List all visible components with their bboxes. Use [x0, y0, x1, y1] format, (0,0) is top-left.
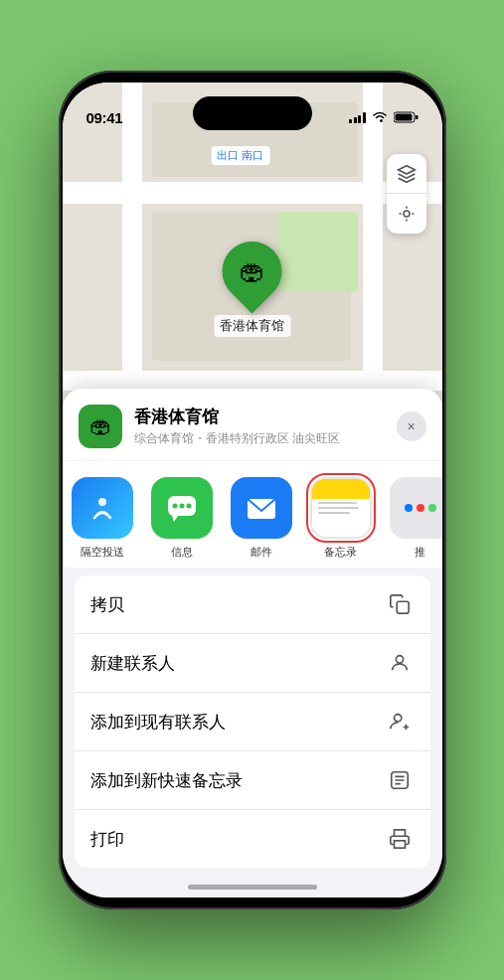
- svg-marker-3: [398, 165, 415, 173]
- svg-point-16: [396, 656, 403, 663]
- location-pin: 🏟 香港体育馆: [214, 242, 290, 337]
- share-app-messages[interactable]: 信息: [142, 477, 222, 560]
- svg-point-14: [428, 504, 436, 512]
- action-add-existing[interactable]: 添加到现有联系人: [75, 693, 430, 751]
- action-print-label: 打印: [90, 828, 124, 851]
- action-new-contact-label: 新建联系人: [90, 652, 175, 675]
- mail-icon: [231, 477, 292, 539]
- action-copy-label: 拷贝: [90, 593, 124, 616]
- action-add-quick-note[interactable]: 添加到新快速备忘录: [75, 751, 430, 810]
- map-layers-button[interactable]: [387, 154, 426, 194]
- action-copy[interactable]: 拷贝: [75, 575, 430, 634]
- close-button[interactable]: ×: [397, 411, 426, 441]
- svg-marker-7: [172, 516, 178, 522]
- messages-label: 信息: [171, 545, 193, 560]
- quick-note-icon: [385, 765, 415, 795]
- status-icons: [349, 111, 419, 123]
- action-add-quick-note-label: 添加到新快速备忘录: [90, 769, 243, 792]
- pin-circle: 🏟: [210, 230, 294, 314]
- copy-icon: [385, 589, 415, 619]
- venue-info: 香港体育馆 综合体育馆・香港特别行政区 油尖旺区: [134, 406, 385, 447]
- airdrop-icon: [72, 477, 133, 539]
- action-list: 拷贝 新建联系人: [75, 575, 430, 868]
- map-controls[interactable]: [387, 154, 426, 234]
- signal-bar-3: [358, 115, 361, 123]
- phone-frame: 09:41: [59, 71, 446, 909]
- share-app-notes[interactable]: 备忘录: [301, 477, 381, 560]
- wifi-icon: [372, 111, 388, 123]
- action-add-existing-label: 添加到现有联系人: [90, 711, 226, 734]
- map-label: 出口 南口: [211, 146, 269, 165]
- svg-point-5: [98, 498, 106, 506]
- svg-point-9: [179, 504, 184, 509]
- add-existing-contact-icon: [385, 707, 415, 736]
- share-apps-row: 隔空投送 信息: [63, 461, 442, 568]
- messages-icon: [151, 477, 213, 539]
- share-app-airdrop[interactable]: 隔空投送: [63, 477, 142, 560]
- map-location-button[interactable]: [387, 194, 426, 234]
- phone-screen: 09:41: [63, 82, 442, 898]
- venue-icon: 🏟: [79, 405, 122, 448]
- svg-point-13: [417, 504, 424, 512]
- svg-point-8: [172, 504, 177, 509]
- notes-icon: [310, 477, 372, 539]
- signal-bar-1: [349, 119, 352, 123]
- status-time: 09:41: [86, 109, 123, 126]
- more-label: 推: [415, 545, 425, 560]
- notes-label: 备忘录: [324, 545, 357, 560]
- svg-rect-1: [416, 115, 419, 119]
- mail-label: 邮件: [251, 545, 272, 560]
- venue-name: 香港体育馆: [134, 406, 385, 428]
- pin-label: 香港体育馆: [214, 315, 290, 337]
- print-icon: [385, 824, 415, 854]
- bottom-sheet: 🏟 香港体育馆 综合体育馆・香港特别行政区 油尖旺区 ×: [63, 389, 442, 898]
- share-app-more[interactable]: 推: [381, 477, 442, 560]
- pin-icon: 🏟: [240, 256, 265, 287]
- svg-rect-2: [395, 114, 412, 121]
- svg-rect-19: [394, 841, 405, 848]
- signal-bars-icon: [349, 111, 366, 123]
- map-road-h2: [63, 371, 442, 391]
- svg-point-4: [404, 211, 410, 217]
- share-app-mail[interactable]: 邮件: [222, 477, 301, 560]
- signal-bar-2: [354, 117, 357, 123]
- home-indicator: [188, 885, 317, 890]
- svg-rect-15: [397, 601, 409, 613]
- new-contact-icon: [385, 648, 415, 678]
- battery-icon: [394, 111, 419, 123]
- svg-point-17: [394, 715, 401, 722]
- action-print[interactable]: 打印: [75, 810, 430, 868]
- map-road-h1: [63, 182, 442, 204]
- svg-point-12: [405, 504, 413, 512]
- venue-sub: 综合体育馆・香港特别行政区 油尖旺区: [134, 430, 385, 447]
- signal-bar-4: [363, 112, 366, 123]
- svg-point-10: [186, 504, 191, 509]
- dynamic-island: [193, 96, 312, 130]
- airdrop-label: 隔空投送: [81, 545, 124, 560]
- sheet-header: 🏟 香港体育馆 综合体育馆・香港特别行政区 油尖旺区 ×: [63, 389, 442, 460]
- more-apps-icon: [390, 477, 442, 539]
- action-new-contact[interactable]: 新建联系人: [75, 634, 430, 693]
